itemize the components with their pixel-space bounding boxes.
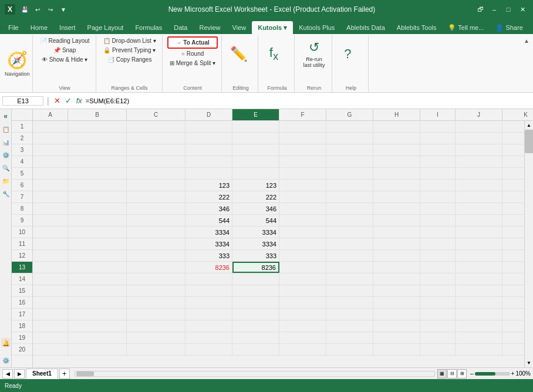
cell-b4[interactable] — [68, 156, 127, 167]
cell-b11[interactable] — [68, 238, 127, 249]
tab-kutools[interactable]: Kutools ▾ — [252, 21, 293, 34]
cell-j13[interactable] — [456, 262, 502, 273]
normal-view-icon[interactable]: ▦ — [437, 369, 447, 379]
cell-j1[interactable] — [456, 121, 502, 132]
cell-e6[interactable]: 123 — [232, 180, 279, 191]
cell-i6[interactable] — [420, 180, 456, 191]
page-layout-view-icon[interactable]: ⊟ — [447, 369, 457, 379]
cell-b18[interactable] — [68, 320, 127, 332]
minimize-icon[interactable]: – — [488, 4, 500, 15]
cell-h16[interactable] — [373, 297, 420, 308]
tab-data[interactable]: Data — [168, 21, 193, 34]
row-header-13[interactable]: 13 — [12, 262, 32, 273]
cell-h14[interactable] — [373, 273, 420, 285]
cell-e20[interactable] — [232, 344, 279, 355]
cell-f14[interactable] — [279, 273, 326, 285]
cell-b1[interactable] — [68, 121, 127, 132]
cell-h15[interactable] — [373, 285, 420, 296]
cell-e11[interactable]: 3334 — [232, 238, 279, 249]
cell-c11[interactable] — [127, 238, 185, 249]
cell-h1[interactable] — [373, 121, 420, 132]
cell-d1[interactable] — [185, 121, 232, 132]
scrollbar-track[interactable] — [525, 130, 533, 359]
row-header-6[interactable]: 6 — [12, 180, 32, 191]
col-header-a[interactable]: A — [33, 109, 68, 120]
cell-c17[interactable] — [127, 309, 185, 320]
cell-b13[interactable] — [68, 262, 127, 273]
cell-h19[interactable] — [373, 332, 420, 343]
cell-j3[interactable] — [456, 144, 502, 156]
cell-d17[interactable] — [185, 309, 232, 320]
cell-f16[interactable] — [279, 297, 326, 308]
cell-f17[interactable] — [279, 309, 326, 320]
cell-k10[interactable] — [502, 227, 524, 238]
copy-ranges-button[interactable]: 📑 Copy Ranges — [101, 55, 158, 64]
col-header-i[interactable]: I — [420, 109, 456, 120]
cell-a12[interactable] — [33, 250, 68, 261]
sidebar-icon-4[interactable]: 🔍 — [1, 163, 11, 173]
cell-h7[interactable] — [373, 191, 420, 202]
cell-k11[interactable] — [502, 238, 524, 249]
sidebar-icon-5[interactable]: 📁 — [1, 176, 11, 185]
cell-c19[interactable] — [127, 332, 185, 343]
sheet-tab-sheet1[interactable]: Sheet1 — [26, 369, 58, 379]
cell-g13[interactable] — [326, 262, 373, 273]
cell-b14[interactable] — [68, 273, 127, 285]
cell-h10[interactable] — [373, 227, 420, 238]
cell-i16[interactable] — [420, 297, 456, 308]
cell-d9[interactable]: 544 — [185, 215, 232, 226]
formula-input[interactable] — [86, 97, 531, 104]
cell-f3[interactable] — [279, 144, 326, 156]
cell-a2[interactable] — [33, 133, 68, 144]
add-sheet-button[interactable]: + — [59, 369, 70, 379]
cell-i11[interactable] — [420, 238, 456, 249]
cell-h11[interactable] — [373, 238, 420, 249]
undo-icon[interactable]: ↩ — [32, 4, 43, 15]
row-header-9[interactable]: 9 — [12, 215, 32, 227]
cell-b19[interactable] — [68, 332, 127, 343]
cell-e8[interactable]: 346 — [232, 203, 279, 214]
formula-button[interactable]: fx — [263, 36, 284, 72]
tab-home[interactable]: Home — [25, 21, 53, 34]
sidebar-toggle-icon[interactable]: « — [1, 111, 11, 121]
cell-a19[interactable] — [33, 332, 68, 343]
cell-d6[interactable]: 123 — [185, 180, 232, 191]
tab-kutools-plus[interactable]: Kutools Plus — [293, 21, 340, 34]
cell-f12[interactable] — [279, 250, 326, 261]
cell-k4[interactable] — [502, 156, 524, 167]
tab-ablebits-data[interactable]: Ablebits Data — [340, 21, 390, 34]
cell-f7[interactable] — [279, 191, 326, 202]
row-header-16[interactable]: 16 — [12, 297, 32, 309]
cell-k18[interactable] — [502, 320, 524, 332]
cell-i9[interactable] — [420, 215, 456, 226]
cell-j9[interactable] — [456, 215, 502, 226]
row-header-12[interactable]: 12 — [12, 250, 32, 262]
cell-c18[interactable] — [127, 320, 185, 332]
cell-i5[interactable] — [420, 168, 456, 179]
editing-button[interactable]: ✏️ — [227, 36, 251, 72]
cell-c13[interactable] — [127, 262, 185, 273]
cell-k6[interactable] — [502, 180, 524, 191]
cell-e1[interactable] — [232, 121, 279, 132]
cell-c20[interactable] — [127, 344, 185, 355]
show-hide-button[interactable]: 👁 Show & Hide ▾ — [38, 55, 92, 64]
save-icon[interactable]: 💾 — [19, 4, 31, 15]
cell-a10[interactable] — [33, 227, 68, 238]
cell-h4[interactable] — [373, 156, 420, 167]
row-header-18[interactable]: 18 — [12, 320, 32, 332]
cell-a6[interactable] — [33, 180, 68, 191]
collapse-ribbon-icon[interactable]: ▲ — [522, 36, 531, 45]
row-header-3[interactable]: 3 — [12, 144, 32, 156]
cell-a8[interactable] — [33, 203, 68, 214]
cell-j2[interactable] — [456, 133, 502, 144]
cell-c15[interactable] — [127, 285, 185, 296]
cell-i12[interactable] — [420, 250, 456, 261]
snap-button[interactable]: 📌 Snap — [38, 46, 92, 55]
horizontal-scrollbar-thumb[interactable] — [76, 371, 94, 376]
cell-d3[interactable] — [185, 144, 232, 156]
cell-d15[interactable] — [185, 285, 232, 296]
cell-i1[interactable] — [420, 121, 456, 132]
tab-page-layout[interactable]: Page Layout — [82, 21, 130, 34]
to-actual-button[interactable]: → To Actual — [167, 36, 218, 49]
cell-c10[interactable] — [127, 227, 185, 238]
